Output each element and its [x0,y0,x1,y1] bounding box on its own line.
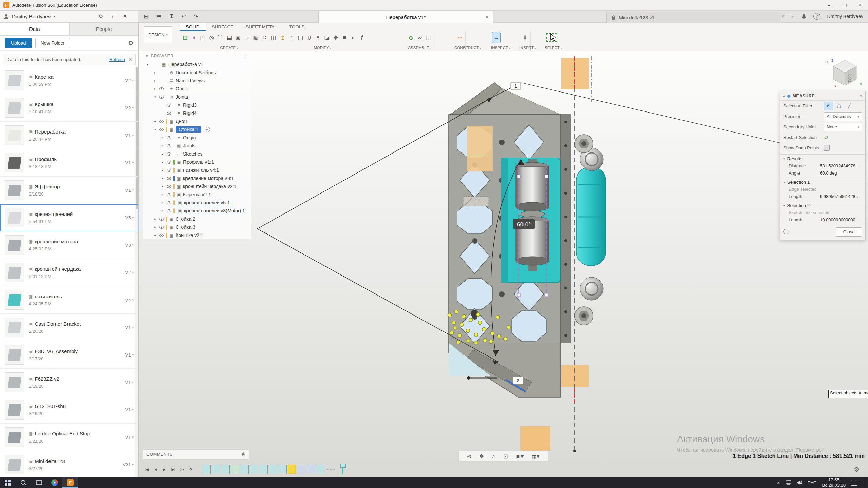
change-parameters-icon[interactable]: ƒ [358,32,366,43]
timeline-feature-icon[interactable] [231,465,239,474]
data-list-item[interactable]: ▣Эффектор 3/18/20 V1▾ [0,177,138,204]
expand-arrow-icon[interactable]: ▾ [145,63,150,66]
new-component-icon[interactable]: ⊕ [407,32,415,43]
filter-body-icon[interactable]: ◩ [824,102,833,110]
close-panel-icon[interactable]: ✕ [123,14,127,19]
timeline-feature-icon[interactable] [202,465,211,474]
visibility-eye-icon[interactable] [166,144,172,147]
ribbon-group-label[interactable]: INSPECT ▾ [491,46,502,50]
version-badge[interactable]: V5▾ [125,215,134,220]
physical-material-icon[interactable]: ◐ [349,32,357,43]
tab-data[interactable]: Data [0,22,70,35]
ribbon-group-label[interactable]: SELECT ▾ [545,46,559,50]
version-badge[interactable]: V1▾ [125,133,134,138]
ribbon-group-label[interactable]: CREATE ▾ [180,46,279,50]
visibility-eye-icon[interactable] [166,177,172,180]
version-badge[interactable]: V21▾ [123,462,134,467]
browser-tree-row[interactable]: ▸ ▣ крепеж панелей v5:1 [143,199,251,207]
pattern-icon[interactable]: ∷ [260,32,269,43]
step-back-icon[interactable]: ◀ [152,466,159,473]
expand-arrow-icon[interactable]: ▸ [160,193,165,196]
version-badge[interactable]: V1▾ [125,352,134,358]
insert-icon[interactable]: ⇩ [521,32,529,43]
browser-tree-row[interactable]: ▸ ⚙ Document Settings [143,68,251,77]
tab2-close-icon[interactable]: ✕ [781,14,785,19]
ribbon-group-label[interactable]: CONSTRUCT ▾ [454,46,465,50]
version-badge[interactable]: V1▾ [125,407,134,412]
zoom-icon[interactable]: ⌕ [492,453,495,459]
version-badge[interactable]: V1▾ [125,435,134,440]
search-icon[interactable] [16,477,31,488]
ribbon-tab[interactable]: SOLID [180,22,206,31]
browser-tree-row[interactable]: ▾ ▣ Стойка:1 [143,125,251,134]
secondary-units-select[interactable]: None ▾ [824,123,862,131]
browser-tree-row[interactable]: ▸ ▣ Профиль v1:1 [143,158,251,166]
document-tab-secondary[interactable]: Mini delta123 v1 [606,12,781,23]
undo-icon[interactable]: ↶ [181,14,186,19]
timeline-feature-icon[interactable] [297,465,305,474]
browser-tree-row[interactable]: ▸ ▣ Стойка:3 [143,223,251,231]
expand-arrow-icon[interactable]: ▸ [153,79,157,82]
data-list-item[interactable]: ▣крепеж панелей 5:54:31 PM V5▾ [0,204,138,231]
browser-tree-row[interactable]: ▾ ▧ Joints [143,93,251,101]
search-icon[interactable]: ⌕ [112,14,115,19]
loop-icon[interactable]: ⟳ [187,466,195,473]
expand-arrow-icon[interactable]: ▸ [160,152,165,156]
visibility-eye-icon[interactable] [166,209,172,212]
timeline-feature-icon[interactable] [288,465,296,474]
visibility-eye-icon[interactable] [159,87,164,90]
timeline-feature-icon[interactable] [240,465,249,474]
expand-arrow-icon[interactable]: ▸ [160,209,165,212]
fit-icon[interactable]: ⊡ [503,453,508,460]
data-list-item[interactable]: ▣Крышка 5:10:41 PM V2▾ [0,94,138,122]
chrome-taskbar-icon[interactable] [47,477,62,488]
visibility-eye-icon[interactable] [166,169,172,172]
speaker-icon[interactable] [797,480,802,485]
taskbar-clock[interactable]: 17:55 Вс 29.03.20 [822,477,846,488]
notification-bell-icon[interactable] [801,14,807,19]
expand-arrow-icon[interactable]: ▸ [160,168,165,172]
extrude-icon[interactable]: ◰ [199,32,207,43]
play-icon[interactable]: ▶ [161,466,168,473]
start-button[interactable] [0,477,16,488]
ribbon-tab[interactable]: SURFACE [206,22,240,31]
press-pull-icon[interactable]: ↥ [279,32,287,43]
version-badge[interactable]: V1▾ [125,188,134,193]
joint-icon[interactable]: ∞ [416,32,424,43]
browser-tree-row[interactable]: ⚑ Rigid4 [143,109,251,117]
go-to-end-icon[interactable]: ≫ [178,466,186,473]
version-badge[interactable]: V4▾ [125,298,134,303]
language-indicator[interactable]: РУС [808,480,817,485]
dismiss-notification-icon[interactable]: ✕ [129,57,132,62]
visibility-eye-icon[interactable] [166,136,172,139]
loft-icon[interactable]: ▤ [225,32,233,43]
split-body-icon[interactable]: ◪ [323,32,331,43]
data-list-item[interactable]: ▣Каретка 5:00:59 PM V2▾ [0,67,138,94]
version-badge[interactable]: V1▾ [125,325,134,330]
save-icon[interactable]: ↧ [169,14,174,19]
thread-icon[interactable]: ≈ [243,32,251,43]
ribbon-group-label[interactable]: MODIFY ▾ [277,46,368,50]
step-forward-icon[interactable]: ▶| [170,466,177,473]
timeline-feature-icon[interactable] [316,465,324,474]
version-badge[interactable]: V3▾ [125,243,134,248]
help-icon[interactable]: ? [813,13,820,20]
orbit-icon[interactable]: ⊚ [467,453,471,460]
visibility-eye-icon[interactable] [159,128,164,131]
task-view-icon[interactable] [31,477,47,488]
action-center-icon[interactable] [851,480,857,486]
show-snap-points-checkbox[interactable] [824,145,830,151]
visibility-eye-icon[interactable] [166,104,172,107]
browser-tree-row[interactable]: ▾ ▦ Переработка v1 [143,60,251,68]
browser-tree-row[interactable]: ▸ ▣ крепеж панелей v3(Motor):1 [143,207,251,215]
browser-tree-row[interactable]: ▸ ▣ кронштейн чердака v2:1 [143,182,251,190]
create-form-icon[interactable]: ◖ [190,32,198,43]
ribbon-tab[interactable]: SHEET METAL [239,22,283,31]
show-desktop-button[interactable] [863,477,866,488]
version-badge[interactable]: V2▾ [125,270,134,275]
construct-plane-icon[interactable]: ▱ [456,32,464,43]
collapse-dialog-icon[interactable]: ◂ [783,94,785,98]
expand-arrow-icon[interactable]: ▸ [160,201,165,204]
version-badge[interactable]: V2▾ [125,78,134,83]
browser-tree-row[interactable]: ▸ ⌖ Origin [143,134,251,142]
